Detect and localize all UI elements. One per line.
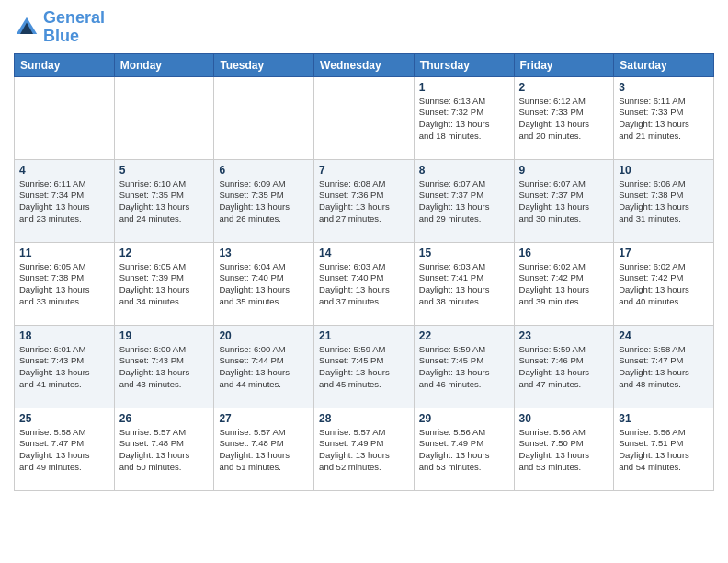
day-info: Sunrise: 6:07 AM Sunset: 7:37 PM Dayligh… — [419, 178, 509, 225]
day-cell: 11Sunrise: 6:05 AM Sunset: 7:38 PM Dayli… — [15, 242, 115, 325]
day-cell: 16Sunrise: 6:02 AM Sunset: 7:42 PM Dayli… — [514, 242, 614, 325]
day-cell: 13Sunrise: 6:04 AM Sunset: 7:40 PM Dayli… — [214, 242, 314, 325]
day-number: 3 — [619, 81, 709, 94]
day-cell: 29Sunrise: 5:56 AM Sunset: 7:49 PM Dayli… — [414, 408, 514, 490]
day-number: 11 — [19, 247, 109, 259]
day-number: 12 — [119, 247, 210, 259]
day-number: 21 — [319, 329, 409, 342]
day-number: 20 — [219, 329, 309, 342]
weekday-header-friday: Friday — [514, 53, 614, 76]
day-info: Sunrise: 6:13 AM Sunset: 7:32 PM Dayligh… — [419, 96, 509, 143]
day-info: Sunrise: 6:02 AM Sunset: 7:42 PM Dayligh… — [519, 261, 609, 308]
day-cell — [214, 76, 314, 159]
day-number: 13 — [219, 247, 309, 259]
day-number: 19 — [119, 329, 210, 342]
day-cell — [15, 76, 115, 159]
day-info: Sunrise: 6:00 AM Sunset: 7:43 PM Dayligh… — [119, 344, 210, 391]
day-number: 26 — [119, 412, 210, 425]
weekday-header-monday: Monday — [114, 53, 214, 76]
day-number: 22 — [419, 329, 509, 342]
day-number: 23 — [519, 329, 609, 342]
day-info: Sunrise: 6:11 AM Sunset: 7:34 PM Dayligh… — [19, 178, 109, 225]
logo-text: General Blue — [43, 9, 105, 46]
day-info: Sunrise: 6:12 AM Sunset: 7:33 PM Dayligh… — [519, 96, 609, 143]
day-info: Sunrise: 5:56 AM Sunset: 7:51 PM Dayligh… — [619, 427, 709, 474]
day-cell: 27Sunrise: 5:57 AM Sunset: 7:48 PM Dayli… — [214, 408, 314, 490]
week-row-3: 11Sunrise: 6:05 AM Sunset: 7:38 PM Dayli… — [15, 242, 714, 325]
day-number: 8 — [419, 164, 509, 177]
day-info: Sunrise: 6:10 AM Sunset: 7:35 PM Dayligh… — [119, 178, 210, 225]
day-info: Sunrise: 6:11 AM Sunset: 7:33 PM Dayligh… — [619, 96, 709, 143]
day-cell: 30Sunrise: 5:56 AM Sunset: 7:50 PM Dayli… — [514, 408, 614, 490]
day-cell: 8Sunrise: 6:07 AM Sunset: 7:37 PM Daylig… — [414, 159, 514, 242]
day-cell: 5Sunrise: 6:10 AM Sunset: 7:35 PM Daylig… — [114, 159, 214, 242]
day-cell: 9Sunrise: 6:07 AM Sunset: 7:37 PM Daylig… — [514, 159, 614, 242]
day-cell: 28Sunrise: 5:57 AM Sunset: 7:49 PM Dayli… — [314, 408, 415, 490]
day-number: 27 — [219, 412, 309, 425]
day-number: 24 — [619, 329, 709, 342]
day-number: 17 — [619, 247, 709, 259]
day-info: Sunrise: 6:04 AM Sunset: 7:40 PM Dayligh… — [219, 261, 309, 308]
day-info: Sunrise: 6:00 AM Sunset: 7:44 PM Dayligh… — [219, 344, 309, 391]
day-cell: 14Sunrise: 6:03 AM Sunset: 7:40 PM Dayli… — [314, 242, 415, 325]
day-cell: 25Sunrise: 5:58 AM Sunset: 7:47 PM Dayli… — [15, 408, 115, 490]
week-row-4: 18Sunrise: 6:01 AM Sunset: 7:43 PM Dayli… — [15, 325, 714, 408]
weekday-header-wednesday: Wednesday — [314, 53, 415, 76]
day-number: 15 — [419, 247, 509, 259]
day-cell: 23Sunrise: 5:59 AM Sunset: 7:46 PM Dayli… — [514, 325, 614, 408]
day-info: Sunrise: 5:58 AM Sunset: 7:47 PM Dayligh… — [19, 427, 109, 474]
day-cell: 24Sunrise: 5:58 AM Sunset: 7:47 PM Dayli… — [614, 325, 714, 408]
day-number: 1 — [419, 81, 509, 94]
day-number: 2 — [519, 81, 609, 94]
day-cell: 10Sunrise: 6:06 AM Sunset: 7:38 PM Dayli… — [614, 159, 714, 242]
day-cell: 19Sunrise: 6:00 AM Sunset: 7:43 PM Dayli… — [114, 325, 214, 408]
day-info: Sunrise: 6:08 AM Sunset: 7:36 PM Dayligh… — [319, 178, 409, 225]
weekday-header-thursday: Thursday — [414, 53, 514, 76]
day-cell: 2Sunrise: 6:12 AM Sunset: 7:33 PM Daylig… — [514, 76, 614, 159]
day-cell: 7Sunrise: 6:08 AM Sunset: 7:36 PM Daylig… — [314, 159, 415, 242]
day-cell: 21Sunrise: 5:59 AM Sunset: 7:45 PM Dayli… — [314, 325, 415, 408]
week-row-2: 4Sunrise: 6:11 AM Sunset: 7:34 PM Daylig… — [15, 159, 714, 242]
day-number: 25 — [19, 412, 109, 425]
day-number: 31 — [619, 412, 709, 425]
day-cell: 15Sunrise: 6:03 AM Sunset: 7:41 PM Dayli… — [414, 242, 514, 325]
day-cell: 6Sunrise: 6:09 AM Sunset: 7:35 PM Daylig… — [214, 159, 314, 242]
weekday-header-sunday: Sunday — [15, 53, 115, 76]
day-info: Sunrise: 5:56 AM Sunset: 7:49 PM Dayligh… — [419, 427, 509, 474]
day-info: Sunrise: 6:05 AM Sunset: 7:38 PM Dayligh… — [19, 261, 109, 308]
day-cell: 17Sunrise: 6:02 AM Sunset: 7:42 PM Dayli… — [614, 242, 714, 325]
day-info: Sunrise: 5:58 AM Sunset: 7:47 PM Dayligh… — [619, 344, 709, 391]
calendar-table: SundayMondayTuesdayWednesdayThursdayFrid… — [14, 53, 714, 491]
day-number: 7 — [319, 164, 409, 177]
day-number: 6 — [219, 164, 309, 177]
day-cell: 4Sunrise: 6:11 AM Sunset: 7:34 PM Daylig… — [15, 159, 115, 242]
day-info: Sunrise: 6:06 AM Sunset: 7:38 PM Dayligh… — [619, 178, 709, 225]
day-number: 18 — [19, 329, 109, 342]
day-info: Sunrise: 5:57 AM Sunset: 7:48 PM Dayligh… — [219, 427, 309, 474]
day-cell — [114, 76, 214, 159]
day-info: Sunrise: 5:59 AM Sunset: 7:45 PM Dayligh… — [319, 344, 409, 391]
day-info: Sunrise: 6:03 AM Sunset: 7:41 PM Dayligh… — [419, 261, 509, 308]
weekday-header-row: SundayMondayTuesdayWednesdayThursdayFrid… — [15, 53, 714, 76]
day-number: 10 — [619, 164, 709, 177]
day-number: 4 — [19, 164, 109, 177]
weekday-header-tuesday: Tuesday — [214, 53, 314, 76]
page: General Blue SundayMondayTuesdayWednesda… — [0, 0, 728, 500]
day-cell: 20Sunrise: 6:00 AM Sunset: 7:44 PM Dayli… — [214, 325, 314, 408]
day-info: Sunrise: 5:56 AM Sunset: 7:50 PM Dayligh… — [519, 427, 609, 474]
day-number: 5 — [119, 164, 210, 177]
header: General Blue — [14, 9, 714, 46]
day-info: Sunrise: 6:05 AM Sunset: 7:39 PM Dayligh… — [119, 261, 210, 308]
day-info: Sunrise: 5:57 AM Sunset: 7:48 PM Dayligh… — [119, 427, 210, 474]
logo: General Blue — [14, 9, 105, 46]
day-cell: 3Sunrise: 6:11 AM Sunset: 7:33 PM Daylig… — [614, 76, 714, 159]
day-cell: 26Sunrise: 5:57 AM Sunset: 7:48 PM Dayli… — [114, 408, 214, 490]
day-cell: 18Sunrise: 6:01 AM Sunset: 7:43 PM Dayli… — [15, 325, 115, 408]
day-info: Sunrise: 5:57 AM Sunset: 7:49 PM Dayligh… — [319, 427, 409, 474]
day-number: 29 — [419, 412, 509, 425]
day-cell: 31Sunrise: 5:56 AM Sunset: 7:51 PM Dayli… — [614, 408, 714, 490]
week-row-5: 25Sunrise: 5:58 AM Sunset: 7:47 PM Dayli… — [15, 408, 714, 490]
day-cell: 12Sunrise: 6:05 AM Sunset: 7:39 PM Dayli… — [114, 242, 214, 325]
day-info: Sunrise: 6:01 AM Sunset: 7:43 PM Dayligh… — [19, 344, 109, 391]
day-number: 30 — [519, 412, 609, 425]
